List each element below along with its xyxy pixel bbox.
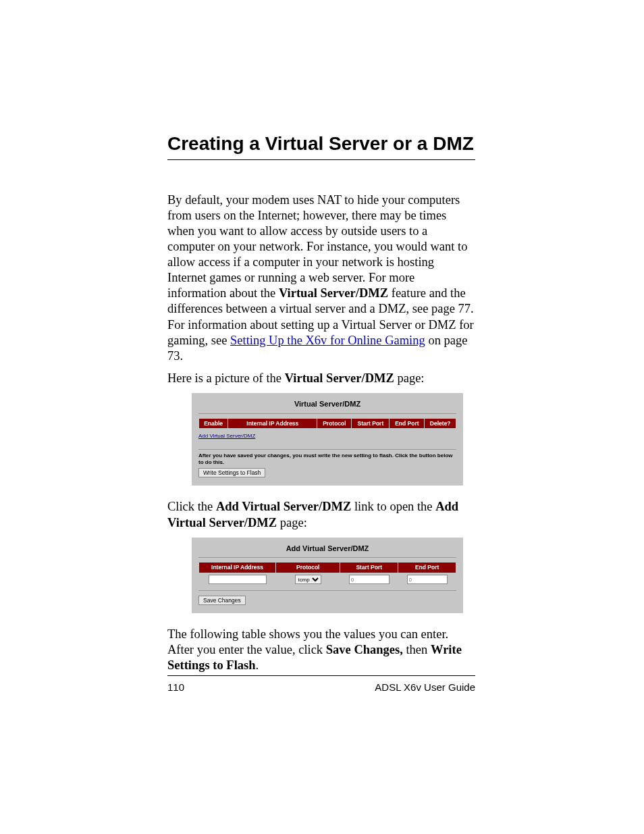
link-online-gaming[interactable]: Setting Up the X6v for Online Gaming — [230, 334, 425, 347]
add-virtual-server-dmz-panel: Add Virtual Server/DMZ Internal IP Addre… — [192, 538, 463, 613]
virtual-server-dmz-panel: Virtual Server/DMZ Enable Internal IP Ad… — [192, 393, 463, 486]
paragraph-add-link: Click the Add Virtual Server/DMZ link to… — [167, 499, 475, 530]
protocol-select[interactable]: icmp — [295, 575, 321, 584]
col-enable: Enable — [199, 419, 227, 429]
save-changes-button[interactable]: Save Changes — [198, 596, 246, 605]
text: Click the — [167, 500, 216, 513]
heading-rule — [167, 159, 475, 160]
col-start-port: Start Port — [352, 419, 389, 429]
paragraph-picture-intro: Here is a picture of the Virtual Server/… — [167, 371, 475, 386]
page-number: 110 — [167, 681, 184, 694]
bold-term: Virtual Server/DMZ — [285, 371, 394, 385]
panel-title: Add Virtual Server/DMZ — [198, 542, 456, 558]
page-heading: Creating a Virtual Server or a DMZ — [167, 132, 475, 155]
add-vsdmz-table: Internal IP Address Protocol Start Port … — [198, 562, 456, 586]
paragraph-table-intro: The following table shows you the values… — [167, 627, 475, 673]
guide-title: ADSL X6v User Guide — [375, 681, 475, 694]
panel-title: Virtual Server/DMZ — [198, 397, 456, 414]
flash-note: After you have saved your changes, you m… — [198, 449, 456, 466]
text: page: — [277, 516, 307, 529]
col-end-port: End Port — [390, 419, 424, 429]
paragraph-intro: By default, your modem uses NAT to hide … — [167, 192, 475, 364]
col-start-port: Start Port — [340, 563, 398, 573]
text: then — [403, 643, 431, 656]
add-virtual-server-link[interactable]: Add Virtual Server/DMZ — [198, 433, 255, 440]
bold-term: Add Virtual Server/DMZ — [216, 500, 351, 513]
panel-separator: Save Changes — [198, 590, 456, 605]
end-port-input[interactable] — [407, 575, 448, 584]
text: By default, your modem uses NAT to hide … — [167, 193, 467, 301]
col-internal-ip: Internal IP Address — [228, 419, 317, 429]
bold-term: Save Changes, — [326, 643, 403, 656]
text: page: — [394, 371, 425, 385]
text: Here is a picture of the — [167, 371, 285, 385]
col-end-port: End Port — [398, 563, 456, 573]
col-protocol: Protocol — [276, 563, 340, 573]
page-footer: 110 ADSL X6v User Guide — [167, 675, 475, 694]
col-delete: Delete? — [425, 419, 456, 429]
bold-term: Virtual Server/DMZ — [279, 286, 388, 300]
col-internal-ip: Internal IP Address — [199, 563, 275, 573]
internal-ip-input[interactable] — [209, 575, 267, 584]
vsdmz-table: Enable Internal IP Address Protocol Star… — [198, 418, 456, 429]
col-protocol: Protocol — [317, 419, 351, 429]
start-port-input[interactable] — [349, 575, 390, 584]
text: . — [256, 658, 259, 672]
text: link to open the — [351, 500, 435, 513]
write-settings-to-flash-button[interactable]: Write Settings to Flash — [198, 468, 265, 477]
